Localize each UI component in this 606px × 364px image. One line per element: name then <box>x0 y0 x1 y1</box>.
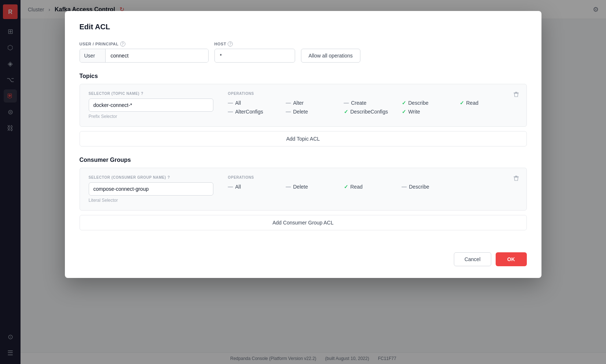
user-principal-section: USER / PRINCIPAL ? User HOST ? Allow all… <box>80 41 527 63</box>
op-alter-icon: — <box>286 100 291 106</box>
topic-selector-help-icon[interactable]: ? <box>141 92 143 96</box>
topic-selector-input[interactable] <box>89 99 213 112</box>
op-read: ✓ Read <box>460 100 518 106</box>
ok-button[interactable]: OK <box>496 252 527 266</box>
cg-op-delete: — Delete <box>286 184 344 190</box>
consumer-group-selector-help-icon[interactable]: ? <box>168 175 170 179</box>
consumer-group-operations-label: OPERATIONS <box>228 175 518 179</box>
modal-overlay: Edit ACL USER / PRINCIPAL ? User HOST ? <box>0 0 606 364</box>
cg-op-describe: — Describe <box>402 184 460 190</box>
user-prefix: User <box>80 49 106 62</box>
add-consumer-group-acl-button[interactable]: Add Consumer Group ACL <box>80 215 527 230</box>
consumer-groups-acl-card: SELECTOR (CONSUMER GROUP NAME) ? Literal… <box>80 168 527 211</box>
user-principal-label: USER / PRINCIPAL ? <box>80 41 209 47</box>
topics-section-header: Topics <box>80 73 527 79</box>
topics-operations-label: OPERATIONS <box>228 92 518 96</box>
host-field-group: HOST ? <box>214 41 295 63</box>
op-describe-icon: ✓ <box>402 100 406 106</box>
op-read-icon: ✓ <box>460 100 464 106</box>
op-write-icon: ✓ <box>402 109 406 115</box>
host-help-icon[interactable]: ? <box>228 41 233 47</box>
user-input-group: User <box>80 49 209 63</box>
op-create: — Create <box>344 100 402 106</box>
op-all-icon: — <box>228 100 233 106</box>
op-describeconfigs: ✓ DescribeConfigs <box>344 109 402 115</box>
consumer-group-selector-field: SELECTOR (CONSUMER GROUP NAME) ? Literal… <box>89 175 213 203</box>
cancel-button[interactable]: Cancel <box>454 252 491 266</box>
user-principal-help-icon[interactable]: ? <box>120 41 125 47</box>
consumer-group-selector-input[interactable] <box>89 182 213 196</box>
user-principal-input[interactable] <box>106 49 208 62</box>
topic-selector-label: SELECTOR (TOPIC NAME) ? <box>89 92 213 96</box>
topics-ops-grid: — All — Alter — Create ✓ <box>228 100 518 115</box>
cg-op-read-icon: ✓ <box>344 184 348 190</box>
consumer-group-operations-section: OPERATIONS — All — Delete ✓ Read <box>228 175 518 190</box>
topic-selector-type: Prefix Selector <box>89 114 213 119</box>
edit-acl-modal: Edit ACL USER / PRINCIPAL ? User HOST ? <box>65 11 541 278</box>
op-write: ✓ Write <box>402 109 460 115</box>
op-describeconfigs-icon: ✓ <box>344 109 348 115</box>
topics-acl-card: SELECTOR (TOPIC NAME) ? Prefix Selector … <box>80 84 527 127</box>
op-delete-icon: — <box>286 109 291 115</box>
add-topic-acl-button[interactable]: Add Topic ACL <box>80 131 527 146</box>
op-all: — All <box>228 100 286 106</box>
user-principal-field-group: USER / PRINCIPAL ? User <box>80 41 209 63</box>
svg-rect-3 <box>515 92 517 93</box>
svg-rect-5 <box>515 176 517 177</box>
cg-op-all: — All <box>228 184 286 190</box>
svg-rect-4 <box>514 177 519 177</box>
op-describe: ✓ Describe <box>402 100 460 106</box>
cg-op-describe-icon: — <box>402 184 407 190</box>
topic-selector-field: SELECTOR (TOPIC NAME) ? Prefix Selector <box>89 92 213 119</box>
consumer-groups-section-header: Consumer Groups <box>80 157 527 163</box>
topics-operations-section: OPERATIONS — All — Alter — Create <box>228 92 518 115</box>
cg-op-read: ✓ Read <box>344 184 402 190</box>
host-input[interactable] <box>214 49 295 63</box>
consumer-group-selector-type: Literal Selector <box>89 198 213 203</box>
consumer-group-acl-delete-button[interactable] <box>512 174 521 184</box>
op-create-icon: — <box>344 100 349 106</box>
topic-acl-delete-button[interactable] <box>512 90 521 100</box>
modal-footer: Cancel OK <box>80 246 527 266</box>
cg-op-all-icon: — <box>228 184 233 190</box>
modal-title: Edit ACL <box>80 23 527 31</box>
cg-op-delete-icon: — <box>286 184 291 190</box>
svg-rect-2 <box>514 93 519 93</box>
host-label: HOST ? <box>214 41 295 47</box>
op-delete: — Delete <box>286 109 344 115</box>
op-alter: — Alter <box>286 100 344 106</box>
op-alterconfigs-icon: — <box>228 109 233 115</box>
consumer-group-ops-grid: — All — Delete ✓ Read — <box>228 184 518 190</box>
consumer-group-selector-label: SELECTOR (CONSUMER GROUP NAME) ? <box>89 175 213 179</box>
op-alterconfigs: — AlterConfigs <box>228 109 286 115</box>
allow-all-operations-button[interactable]: Allow all operations <box>301 49 361 63</box>
